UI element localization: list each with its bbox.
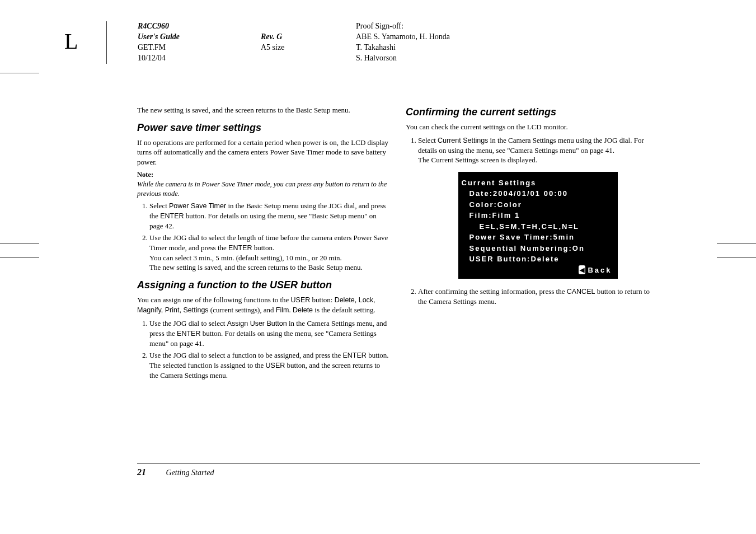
crop-line — [0, 243, 39, 244]
doc-title: User's Guide — [138, 32, 261, 43]
assign-step-1: Use the JOG dial to select Assign User B… — [149, 318, 389, 348]
note-label: Note: — [137, 170, 389, 180]
text: Use the JOG dial to select — [149, 319, 227, 327]
power-step-1: Select Power Save Timer in the Basic Set… — [149, 201, 389, 231]
ui-term: Current Settings — [438, 137, 488, 144]
crop-line — [717, 243, 756, 244]
heading-confirm: Confirming the current settings — [406, 105, 658, 119]
crop-mark: L — [64, 28, 78, 54]
confirm-step-1: Select Current Settings in the Camera Se… — [418, 135, 658, 279]
header-date: 10/12/04 — [138, 53, 261, 64]
text: The Current Settings screen is displayed… — [418, 155, 658, 165]
confirm-steps: Select Current Settings in the Camera Se… — [406, 135, 658, 307]
ui-term: ENTER — [343, 352, 367, 359]
content: The new setting is saved, and the screen… — [137, 105, 700, 384]
text: The new setting is saved, and the screen… — [149, 263, 389, 273]
ui-term: ENTER — [228, 244, 252, 252]
crop-line — [0, 257, 39, 258]
power-steps: Select Power Save Timer in the Basic Set… — [137, 201, 389, 273]
text: Select — [149, 202, 169, 210]
revision: Rev. G — [261, 32, 356, 43]
header-left: R4CC960 User's Guide GET.FM 10/12/04 — [138, 21, 261, 64]
ui-term: ENTER — [160, 212, 184, 220]
header: R4CC960 User's Guide GET.FM 10/12/04 Rev… — [106, 21, 700, 64]
ui-term: USER — [291, 296, 311, 304]
power-step-2: Use the JOG dial to select the length of… — [149, 233, 389, 273]
footer-rule — [137, 463, 700, 464]
power-intro: If no operations are performed for a cer… — [137, 138, 389, 167]
ui-term: Power Save Timer — [169, 202, 226, 210]
footer-text: 21 Getting Started — [137, 467, 700, 477]
text: button. — [252, 243, 274, 252]
crop-line — [0, 73, 39, 73]
confirm-step-2: After confirming the setting information… — [418, 287, 658, 306]
lcd-user: USER Button:Delete — [464, 254, 612, 265]
confirm-intro: You can check the current settings on th… — [406, 122, 658, 132]
header-right: Proof Sign-off: ABE S. Yamamoto, H. Hond… — [356, 21, 450, 64]
lcd-power: Power Save Timer:5min — [464, 232, 612, 243]
page-number: 21 — [137, 467, 146, 477]
intro-text: The new setting is saved, and the screen… — [137, 105, 389, 115]
filename: GET.FM — [138, 43, 261, 53]
assign-intro: You can assign one of the following func… — [137, 295, 389, 315]
text: After confirming the setting information… — [418, 287, 567, 296]
text: (current settings), and — [209, 306, 276, 314]
crop-line — [717, 257, 756, 258]
heading-assign: Assigning a function to the USER button — [137, 278, 389, 292]
section-title: Getting Started — [166, 469, 214, 477]
text: You can assign one of the following func… — [137, 296, 291, 304]
text: The selected function is assigned to the… — [149, 360, 389, 380]
ui-term: Film — [276, 306, 289, 314]
text: button. — [367, 351, 389, 359]
lcd-params: E=L,S=M,T=H,C=L,N=L — [464, 221, 612, 232]
text: You can select 3 min., 5 min. (default s… — [149, 253, 389, 263]
lcd-color: Color:Color — [464, 199, 612, 210]
text: Select — [418, 136, 438, 144]
footer: 21 Getting Started — [137, 463, 700, 477]
signoff-label: Proof Sign-off: — [356, 21, 450, 32]
text: Use the JOG dial to select a function to… — [149, 351, 343, 359]
text: button. For details on using the menu, s… — [149, 212, 377, 230]
heading-power-save: Power save timer settings — [137, 121, 389, 134]
lcd-seq: Sequential Numbering:On — [464, 243, 612, 254]
lcd-screenshot: Current Settings Date:2004/01/01 00:00 C… — [458, 172, 618, 279]
text: button: — [310, 296, 334, 304]
assign-step-2: Use the JOG dial to select a function to… — [149, 350, 389, 380]
lcd-film: Film:Film 1 — [464, 210, 612, 221]
lcd-back-row: ◀Back — [464, 265, 612, 276]
back-icon: ◀ — [579, 265, 585, 275]
signoff-3: S. Halvorson — [356, 53, 450, 64]
note-body: While the camera is in Power Save Timer … — [137, 180, 389, 199]
ui-term: Delete — [293, 306, 313, 314]
signoff-1: ABE S. Yamamoto, H. Honda — [356, 32, 450, 43]
right-column: Confirming the current settings You can … — [406, 105, 658, 384]
lcd-back-label: Back — [588, 266, 612, 274]
ui-term: Assign User Button — [227, 320, 287, 327]
assign-steps: Use the JOG dial to select Assign User B… — [137, 318, 389, 381]
doc-code: R4CC960 — [138, 21, 261, 32]
paper-size: A5 size — [261, 43, 356, 53]
left-column: The new setting is saved, and the screen… — [137, 105, 389, 384]
ui-term: CANCEL — [567, 288, 595, 296]
text: The selected function is assigned to the — [149, 361, 266, 369]
text: is the default setting. — [313, 306, 375, 314]
header-mid: Rev. G A5 size — [261, 21, 356, 64]
lcd-title: Current Settings — [462, 177, 612, 189]
lcd-date: Date:2004/01/01 00:00 — [464, 188, 612, 199]
ui-term: ENTER — [177, 330, 200, 338]
ui-term: USER — [266, 362, 285, 369]
signoff-2: T. Takahashi — [356, 43, 450, 53]
